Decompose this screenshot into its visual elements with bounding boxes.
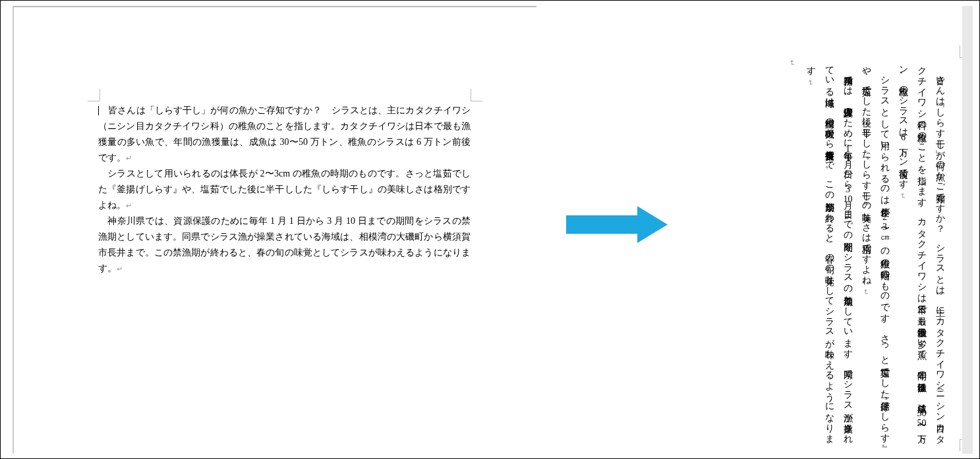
vp1-n1: 30	[917, 408, 927, 418]
vp2-n1: 2	[880, 212, 890, 222]
pilcrow-icon: ↵	[788, 60, 796, 66]
margin-mark-top-left	[88, 89, 101, 102]
vp1-a: 皆さんは「しらす干し」が何の魚かご存知ですか？ シラスとは、主にカタクチイワシ（…	[917, 60, 945, 439]
vertical-text-area[interactable]: 皆さんは「しらす干し」が何の魚かご存知ですか？ シラスとは、主にカタクチイワシ（…	[783, 60, 949, 439]
vp2-a: シラスとして用いられるのは体長が	[880, 60, 890, 212]
pilcrow-icon: ↵	[862, 289, 870, 295]
vertical-scrollbar[interactable]	[962, 6, 973, 454]
document-page-vertical: 皆さんは「しらす干し」が何の魚かご存知ですか？ シラスとは、主にカタクチイワシ（…	[703, 6, 973, 454]
vp3-n2: 1	[843, 153, 853, 163]
document-page-horizontal: 皆さんは「しらす干し」が何の魚かご存知ですか？ シラスとは、主にカタクチイワシ（…	[13, 6, 536, 454]
pilcrow-icon: ↵	[126, 154, 132, 162]
text-cursor	[98, 106, 99, 115]
arrow-shaft	[566, 215, 639, 234]
paragraph-2[interactable]: シラスとして用いられるのは体長が 2〜3cm の稚魚の時期のものです。さっと塩茹…	[98, 166, 471, 213]
paragraph-3[interactable]: 神奈川県では、資源保護のために毎年 1 月 1 日から 3 月 10 日までの期…	[98, 213, 471, 277]
margin-mark-top-right	[471, 89, 484, 102]
v-paragraph-2[interactable]: シラスとして用いられるのは体長が2〜3㎝の稚魚の時期のものです。さっと塩茹でした…	[857, 60, 894, 439]
vp1-n2: 50	[917, 418, 927, 427]
arrow-icon	[566, 206, 668, 243]
paragraph-1[interactable]: 皆さんは「しらす干し」が何の魚かご存知ですか？ シラスとは、主にカタクチイワシ（…	[98, 103, 471, 166]
vp2-u: ㎝	[880, 231, 890, 241]
pilcrow-icon: ↵	[807, 80, 815, 86]
vp3-a: 神奈川県では、資源保護のために毎年	[843, 60, 853, 144]
vp1-n3: 6	[898, 132, 908, 142]
pilcrow-icon: ↵	[126, 202, 132, 209]
paragraph-3-text: 神奈川県では、資源保護のために毎年 1 月 1 日から 3 月 10 日までの期…	[98, 216, 471, 273]
pilcrow-icon: ↵	[899, 193, 907, 199]
vp3-n3: 3	[843, 184, 853, 194]
v-paragraph-3[interactable]: 神奈川県では、資源保護のために毎年1月1日から3月10日までの期間をシラスの禁漁…	[801, 60, 857, 439]
v-paragraph-1[interactable]: 皆さんは「しらす干し」が何の魚かご存知ですか？ シラスとは、主にカタクチイワシ（…	[894, 60, 949, 439]
pilcrow-icon: ↵	[117, 265, 123, 273]
paragraph-2-text: シラスとして用いられるのは体長が 2〜3cm の稚魚の時期のものです。さっと塩茹…	[98, 169, 471, 210]
arrow-head	[637, 206, 668, 243]
vp1-s: 万トン前後です。	[898, 142, 908, 193]
paragraph-1-text: 皆さんは「しらす干し」が何の魚かご存知ですか？ シラスとは、主にカタクチイワシ（…	[98, 105, 471, 163]
vp3-m2: 日から	[843, 163, 853, 185]
vp3-n4: 10	[843, 194, 853, 203]
vp2-n2: 3	[880, 222, 890, 232]
v-paragraph-empty[interactable]: ↵	[783, 60, 801, 439]
horizontal-text-area[interactable]: 皆さんは「しらす干し」が何の魚かご存知ですか？ シラスとは、主にカタクチイワシ（…	[98, 103, 471, 277]
vp3-n1: 1	[843, 144, 853, 153]
